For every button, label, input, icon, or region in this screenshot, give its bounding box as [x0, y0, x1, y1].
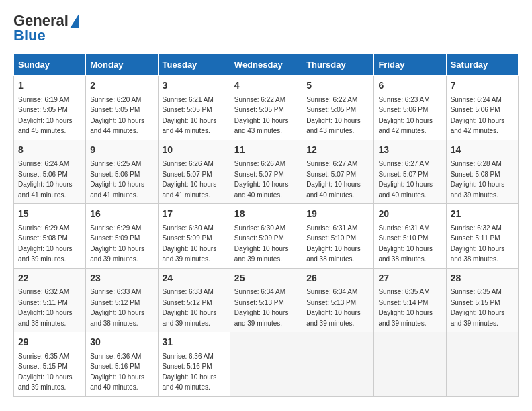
day-info: Sunrise: 6:36 AMSunset: 5:16 PMDaylight:…	[163, 353, 217, 392]
day-header-wednesday: Wednesday	[230, 54, 302, 76]
calendar-week-row: 29 Sunrise: 6:35 AMSunset: 5:15 PMDaylig…	[14, 332, 519, 397]
day-info: Sunrise: 6:35 AMSunset: 5:14 PMDaylight:…	[378, 288, 433, 327]
day-number: 21	[451, 208, 514, 221]
day-header-saturday: Saturday	[446, 54, 518, 76]
day-info: Sunrise: 6:27 AMSunset: 5:07 PMDaylight:…	[378, 160, 433, 199]
calendar-day-cell: 23 Sunrise: 6:33 AMSunset: 5:12 PMDaylig…	[86, 268, 158, 332]
day-info: Sunrise: 6:33 AMSunset: 5:12 PMDaylight:…	[90, 288, 144, 327]
calendar-day-cell	[446, 332, 518, 397]
day-header-sunday: Sunday	[14, 54, 86, 76]
calendar-day-cell: 8 Sunrise: 6:24 AMSunset: 5:06 PMDayligh…	[14, 140, 86, 204]
day-number: 19	[306, 208, 369, 221]
day-info: Sunrise: 6:26 AMSunset: 5:07 PMDaylight:…	[163, 160, 217, 199]
day-info: Sunrise: 6:26 AMSunset: 5:07 PMDaylight:…	[234, 160, 289, 199]
calendar-day-cell	[230, 332, 302, 397]
calendar-day-cell: 13 Sunrise: 6:27 AMSunset: 5:07 PMDaylig…	[374, 140, 446, 204]
day-number: 15	[18, 208, 81, 221]
day-info: Sunrise: 6:29 AMSunset: 5:09 PMDaylight:…	[90, 224, 144, 263]
day-info: Sunrise: 6:22 AMSunset: 5:05 PMDaylight:…	[234, 96, 289, 135]
day-number: 20	[378, 208, 441, 221]
day-info: Sunrise: 6:31 AMSunset: 5:10 PMDaylight:…	[378, 224, 433, 263]
day-number: 22	[18, 272, 81, 285]
logo-text-general: General	[13, 13, 69, 28]
day-info: Sunrise: 6:35 AMSunset: 5:15 PMDaylight:…	[451, 288, 505, 327]
day-number: 3	[163, 79, 226, 93]
day-number: 17	[163, 208, 226, 221]
day-number: 9	[90, 144, 153, 157]
day-number: 31	[163, 336, 226, 349]
calendar-day-cell: 25 Sunrise: 6:34 AMSunset: 5:13 PMDaylig…	[230, 268, 302, 332]
header: General Blue	[13, 13, 519, 43]
day-number: 23	[90, 272, 153, 285]
calendar-day-cell: 3 Sunrise: 6:21 AMSunset: 5:05 PMDayligh…	[158, 76, 230, 140]
day-info: Sunrise: 6:22 AMSunset: 5:05 PMDaylight:…	[306, 96, 361, 135]
day-info: Sunrise: 6:32 AMSunset: 5:11 PMDaylight:…	[18, 288, 73, 327]
day-info: Sunrise: 6:23 AMSunset: 5:06 PMDaylight:…	[378, 96, 433, 135]
day-number: 27	[378, 272, 441, 285]
calendar-day-cell: 11 Sunrise: 6:26 AMSunset: 5:07 PMDaylig…	[230, 140, 302, 204]
day-info: Sunrise: 6:31 AMSunset: 5:10 PMDaylight:…	[306, 224, 361, 263]
calendar-day-cell: 16 Sunrise: 6:29 AMSunset: 5:09 PMDaylig…	[86, 204, 158, 269]
day-info: Sunrise: 6:36 AMSunset: 5:16 PMDaylight:…	[90, 353, 144, 392]
calendar-day-cell: 10 Sunrise: 6:26 AMSunset: 5:07 PMDaylig…	[158, 140, 230, 204]
calendar-day-cell: 22 Sunrise: 6:32 AMSunset: 5:11 PMDaylig…	[14, 268, 86, 332]
calendar-day-cell: 19 Sunrise: 6:31 AMSunset: 5:10 PMDaylig…	[302, 204, 374, 269]
day-number: 7	[451, 79, 514, 93]
logo-text-blue: Blue	[13, 28, 46, 43]
day-info: Sunrise: 6:30 AMSunset: 5:09 PMDaylight:…	[163, 224, 217, 263]
day-number: 26	[306, 272, 369, 285]
day-number: 29	[18, 336, 81, 349]
day-info: Sunrise: 6:24 AMSunset: 5:06 PMDaylight:…	[451, 96, 505, 135]
calendar-day-cell: 20 Sunrise: 6:31 AMSunset: 5:10 PMDaylig…	[374, 204, 446, 269]
calendar-day-cell: 14 Sunrise: 6:28 AMSunset: 5:08 PMDaylig…	[446, 140, 518, 204]
calendar-day-cell: 31 Sunrise: 6:36 AMSunset: 5:16 PMDaylig…	[158, 332, 230, 397]
day-info: Sunrise: 6:20 AMSunset: 5:05 PMDaylight:…	[90, 96, 144, 135]
calendar-week-row: 22 Sunrise: 6:32 AMSunset: 5:11 PMDaylig…	[14, 268, 519, 332]
day-number: 30	[90, 336, 153, 349]
day-info: Sunrise: 6:34 AMSunset: 5:13 PMDaylight:…	[306, 288, 361, 327]
calendar-day-cell: 9 Sunrise: 6:25 AMSunset: 5:06 PMDayligh…	[86, 140, 158, 204]
day-number: 1	[18, 79, 81, 93]
logo-triangle-icon	[70, 13, 79, 28]
calendar-day-cell: 1 Sunrise: 6:19 AMSunset: 5:05 PMDayligh…	[14, 76, 86, 140]
calendar-day-cell: 18 Sunrise: 6:30 AMSunset: 5:09 PMDaylig…	[230, 204, 302, 269]
day-header-tuesday: Tuesday	[158, 54, 230, 76]
day-header-thursday: Thursday	[302, 54, 374, 76]
calendar-week-row: 8 Sunrise: 6:24 AMSunset: 5:06 PMDayligh…	[14, 140, 519, 204]
day-number: 18	[234, 208, 298, 221]
day-number: 11	[234, 144, 298, 157]
day-info: Sunrise: 6:33 AMSunset: 5:12 PMDaylight:…	[163, 288, 217, 327]
day-info: Sunrise: 6:29 AMSunset: 5:08 PMDaylight:…	[18, 224, 73, 263]
day-header-monday: Monday	[86, 54, 158, 76]
day-number: 14	[451, 144, 514, 157]
calendar-day-cell: 26 Sunrise: 6:34 AMSunset: 5:13 PMDaylig…	[302, 268, 374, 332]
day-number: 10	[163, 144, 226, 157]
calendar-day-cell: 12 Sunrise: 6:27 AMSunset: 5:07 PMDaylig…	[302, 140, 374, 204]
calendar-day-cell: 29 Sunrise: 6:35 AMSunset: 5:15 PMDaylig…	[14, 332, 86, 397]
calendar-day-cell: 21 Sunrise: 6:32 AMSunset: 5:11 PMDaylig…	[446, 204, 518, 269]
calendar-day-cell: 5 Sunrise: 6:22 AMSunset: 5:05 PMDayligh…	[302, 76, 374, 140]
day-info: Sunrise: 6:21 AMSunset: 5:05 PMDaylight:…	[163, 96, 217, 135]
calendar-week-row: 15 Sunrise: 6:29 AMSunset: 5:08 PMDaylig…	[14, 204, 519, 269]
calendar-table: SundayMondayTuesdayWednesdayThursdayFrid…	[13, 54, 519, 397]
calendar-day-cell: 2 Sunrise: 6:20 AMSunset: 5:05 PMDayligh…	[86, 76, 158, 140]
calendar-day-cell: 24 Sunrise: 6:33 AMSunset: 5:12 PMDaylig…	[158, 268, 230, 332]
calendar-day-cell: 15 Sunrise: 6:29 AMSunset: 5:08 PMDaylig…	[14, 204, 86, 269]
logo: General Blue	[13, 13, 79, 43]
calendar-day-cell: 6 Sunrise: 6:23 AMSunset: 5:06 PMDayligh…	[374, 76, 446, 140]
calendar-day-cell: 28 Sunrise: 6:35 AMSunset: 5:15 PMDaylig…	[446, 268, 518, 332]
day-info: Sunrise: 6:28 AMSunset: 5:08 PMDaylight:…	[451, 160, 505, 199]
day-info: Sunrise: 6:27 AMSunset: 5:07 PMDaylight:…	[306, 160, 361, 199]
day-number: 25	[234, 272, 298, 285]
day-number: 5	[306, 79, 369, 93]
day-number: 8	[18, 144, 81, 157]
calendar-day-cell	[374, 332, 446, 397]
calendar-day-cell: 4 Sunrise: 6:22 AMSunset: 5:05 PMDayligh…	[230, 76, 302, 140]
day-number: 2	[90, 79, 153, 93]
calendar-day-cell	[302, 332, 374, 397]
calendar-day-cell: 17 Sunrise: 6:30 AMSunset: 5:09 PMDaylig…	[158, 204, 230, 269]
day-number: 24	[163, 272, 226, 285]
day-number: 12	[306, 144, 369, 157]
calendar-week-row: 1 Sunrise: 6:19 AMSunset: 5:05 PMDayligh…	[14, 76, 519, 140]
day-number: 13	[378, 144, 441, 157]
